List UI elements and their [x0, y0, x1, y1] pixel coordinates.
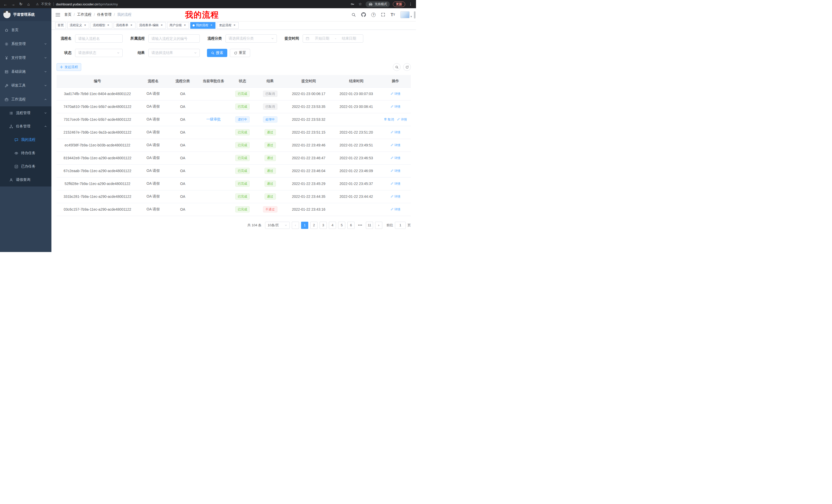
page-button-1[interactable]: 1 — [301, 222, 308, 229]
breadcrumb-item-1[interactable]: 工作流程 — [77, 12, 92, 17]
status-select[interactable]: 请选择状态 — [75, 49, 123, 57]
kebab-menu-icon[interactable]: ⋮ — [408, 2, 413, 6]
result-select[interactable]: 请选择流结果 — [148, 49, 200, 57]
edit-icon — [391, 169, 394, 173]
parent-process-input[interactable] — [151, 36, 197, 40]
cell-result: 已取消 — [255, 87, 285, 100]
table-toolbar: 发起流程 — [57, 63, 411, 71]
search-icon[interactable] — [352, 12, 356, 17]
page-button-3[interactable]: 3 — [319, 222, 327, 229]
category-select[interactable]: 请选择流程分类 — [226, 34, 277, 43]
sidebar-item-process-mgmt[interactable]: 流程管理 — [0, 106, 51, 120]
reload-icon[interactable]: ↻ — [19, 2, 23, 6]
sidebar-item-done-tasks[interactable]: 已办任务 — [0, 160, 51, 173]
scrollbar-thumb[interactable] — [414, 11, 415, 19]
close-icon[interactable]: × — [183, 24, 187, 27]
font-size-icon[interactable]: TT — [391, 12, 395, 17]
close-icon[interactable]: × — [233, 24, 236, 27]
sidebar-item-todo-tasks[interactable]: 待办任务 — [0, 146, 51, 160]
page-button-2[interactable]: 2 — [310, 222, 317, 229]
tab-5[interactable]: 用户分组 × — [167, 22, 189, 29]
close-icon[interactable]: × — [130, 24, 133, 27]
forward-icon[interactable]: → — [11, 2, 16, 6]
cancel-link[interactable]: 取消 — [384, 117, 394, 122]
page-button-11[interactable]: 11 — [366, 222, 373, 229]
detail-link[interactable]: 详情 — [391, 181, 400, 186]
close-icon[interactable]: × — [106, 24, 110, 27]
sidebar-item-payment[interactable]: 支付管理 — [0, 51, 51, 65]
page-button-5[interactable]: 5 — [338, 222, 345, 229]
breadcrumb-item-0[interactable]: 首页 — [64, 12, 72, 17]
cell-result: 通过 — [255, 126, 285, 139]
update-button[interactable]: 更新 — [393, 2, 405, 7]
tab-3[interactable]: 流程表单 × — [114, 22, 135, 29]
detail-link[interactable]: 详情 — [391, 207, 400, 212]
logo[interactable]: 芋道管理系统 — [0, 8, 51, 21]
sidebar-item-label: 支付管理 — [11, 55, 42, 60]
detail-link[interactable]: 详情 — [391, 92, 400, 96]
user-avatar[interactable]: ▾ — [400, 11, 412, 18]
app-navbar: 首页/工作流程/任务管理/我的流程 ? TT ▾ — [51, 8, 416, 21]
sidebar-item-task-mgmt[interactable]: 任务管理 — [0, 120, 51, 133]
sidebar-item-devtools[interactable]: 研发工具 — [0, 79, 51, 92]
tab-label: 用户分组 — [170, 23, 182, 27]
detail-link[interactable]: 详情 — [391, 105, 400, 109]
detail-link[interactable]: 详情 — [391, 143, 400, 147]
sidebar-item-home[interactable]: 首页 — [0, 23, 51, 37]
search-button[interactable]: 搜索 — [207, 49, 227, 57]
goto-page-input[interactable] — [395, 222, 406, 229]
chevron-down-icon — [44, 43, 47, 45]
browser-home-icon[interactable]: ⌂ — [26, 2, 31, 6]
tab-7[interactable]: 发起流程 × — [217, 22, 239, 29]
reset-button[interactable]: 重置 — [230, 49, 250, 57]
back-icon[interactable]: ← — [3, 2, 8, 6]
url-text[interactable]: dashboard.yudao.iocoder.cn/bpm/task/my — [56, 2, 118, 6]
tags-view: 首页 流程定义 × 流程模型 × 流程表单 × 流程表单-编辑 × 用户分组 ×… — [51, 21, 416, 30]
detail-link[interactable]: 详情 — [391, 130, 400, 135]
tab-4[interactable]: 流程表单-编辑 × — [137, 22, 166, 29]
cell-process-name: OA 请假 — [138, 139, 168, 151]
toggle-search-button[interactable] — [393, 63, 400, 71]
home-icon — [5, 28, 9, 32]
tab-2[interactable]: 流程模型 × — [90, 22, 112, 29]
task-link[interactable]: 一级审批 — [206, 117, 221, 121]
key-icon[interactable] — [350, 2, 355, 6]
refresh-table-button[interactable] — [403, 63, 411, 71]
bookmark-star-icon[interactable]: ☆ — [358, 2, 363, 6]
tab-1[interactable]: 流程定义 × — [67, 22, 89, 29]
tab-0[interactable]: 首页 — [55, 22, 66, 29]
github-icon[interactable] — [361, 12, 366, 17]
prev-page-button[interactable]: ‹ — [292, 222, 299, 229]
sidebar-item-workflow[interactable]: 工作流程 — [0, 92, 51, 106]
detail-link[interactable]: 详情 — [397, 117, 407, 122]
sidebar-item-leave-query[interactable]: 请假查询 — [0, 173, 51, 187]
detail-link[interactable]: 详情 — [391, 194, 400, 199]
detail-link[interactable]: 详情 — [391, 169, 400, 173]
page-size-select[interactable]: 10条/页 — [265, 222, 290, 229]
help-icon[interactable]: ? — [371, 12, 375, 17]
sidebar-item-infra[interactable]: 基础设施 — [0, 65, 51, 79]
page-ellipsis[interactable]: ••• — [357, 222, 364, 229]
cell-actions: 详情 — [380, 126, 411, 139]
close-icon[interactable]: × — [160, 24, 163, 27]
create-process-button[interactable]: 发起流程 — [57, 63, 81, 71]
close-icon[interactable]: × — [210, 24, 213, 27]
check-square-icon — [15, 165, 19, 169]
sidebar-item-system[interactable]: 系统管理 — [0, 37, 51, 51]
submit-time-range-picker[interactable]: 开始日期 - 结束日期 — [303, 34, 363, 43]
sidebar-item-my-process[interactable]: 我的流程 — [0, 133, 51, 146]
tab-6[interactable]: 我的流程 × — [190, 22, 215, 29]
address-bar[interactable]: ⚠ 不安全 dashboard.yudao.iocoder.cn/bpm/tas… — [34, 1, 347, 7]
close-icon[interactable]: × — [83, 24, 87, 27]
next-page-button[interactable]: › — [375, 222, 382, 229]
detail-link[interactable]: 详情 — [391, 156, 400, 160]
breadcrumb-item-2[interactable]: 任务管理 — [97, 12, 111, 17]
result-tag: 通过 — [265, 180, 276, 187]
page-button-6[interactable]: 6 — [347, 222, 355, 229]
fullscreen-icon[interactable] — [381, 12, 385, 17]
page-button-4[interactable]: 4 — [329, 222, 336, 229]
cell-current-task — [198, 177, 230, 190]
process-name-input[interactable] — [78, 36, 120, 40]
hamburger-icon[interactable] — [55, 13, 60, 17]
security-label[interactable]: 不安全 — [41, 2, 51, 6]
